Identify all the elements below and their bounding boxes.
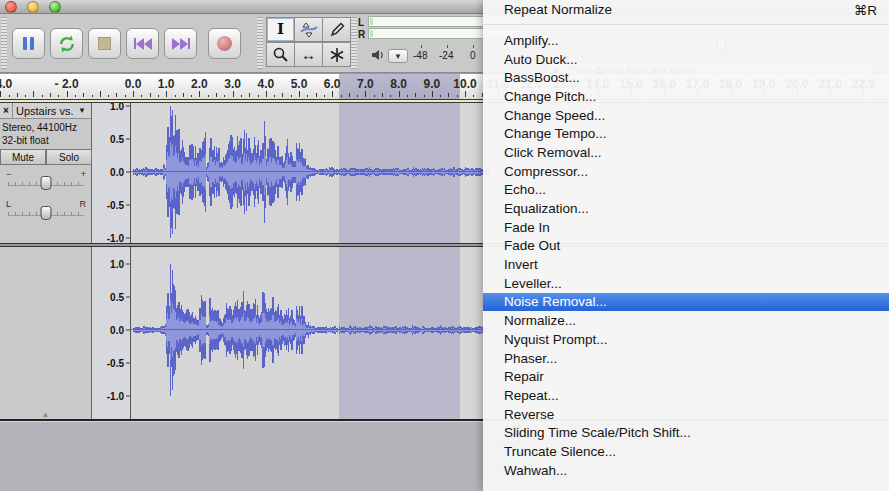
menu-item-bassboost[interactable]: BassBoost... — [483, 68, 889, 87]
menu-item-fade-out[interactable]: Fade Out — [483, 237, 889, 256]
timeline-label: 10.0 — [453, 77, 476, 91]
track-bitdepth-info: 32-bit float — [2, 134, 91, 147]
timeline-label: 8.0 — [390, 77, 407, 91]
menu-item-amplify[interactable]: Amplify... — [483, 31, 889, 50]
menu-item-leveller[interactable]: Leveller... — [483, 274, 889, 293]
meter-left-label: L — [358, 17, 364, 28]
menu-item-sliding-time-scale-pitch-shift[interactable]: Sliding Time Scale/Pitch Shift... — [483, 423, 889, 442]
track-menu-dropdown-icon[interactable]: ▼ — [78, 106, 91, 115]
amplitude-ruler-channel-2[interactable]: 1.00.50.0-0.5-1.0 — [92, 247, 131, 419]
menu-item-fade-in[interactable]: Fade In — [483, 218, 889, 237]
record-icon — [217, 36, 232, 51]
mute-button[interactable]: Mute — [0, 149, 46, 165]
menu-item-repeat-normalize[interactable]: Repeat Normalize ⌘R — [483, 0, 889, 19]
menu-item-wahwah[interactable]: Wahwah... — [483, 461, 889, 480]
star-icon — [329, 47, 345, 63]
gain-slider-thumb[interactable] — [41, 176, 52, 190]
menu-item-compressor[interactable]: Compressor... — [483, 162, 889, 181]
meter-dropdown-button[interactable]: ▼ — [388, 49, 408, 63]
speaker-icon — [371, 49, 385, 61]
skip-to-start-button[interactable] — [126, 28, 159, 59]
menu-item-nyquist-prompt[interactable]: Nyquist Prompt... — [483, 330, 889, 349]
close-window-button[interactable] — [5, 1, 17, 13]
minimize-window-button[interactable] — [27, 1, 39, 13]
amplitude-label: -0.5 — [107, 358, 124, 369]
menu-item-phaser[interactable]: Phaser... — [483, 349, 889, 368]
stop-icon — [98, 37, 111, 50]
play-loop-button[interactable] — [50, 28, 83, 59]
amplitude-label: 0.5 — [110, 292, 124, 303]
effect-menu: Repeat Normalize ⌘R Amplify...Auto Duck.… — [483, 0, 889, 491]
amplitude-label: 0.0 — [110, 167, 124, 178]
menu-item-reverse[interactable]: Reverse — [483, 405, 889, 424]
pause-button[interactable] — [12, 28, 45, 59]
amplitude-ruler-channel-1[interactable]: 1.00.50.0-0.5-1.0 — [92, 103, 131, 243]
double-arrow-icon: ↔ — [301, 47, 316, 62]
track-close-button[interactable]: × — [0, 103, 13, 119]
meter-right-label: R — [358, 29, 365, 40]
menu-item-change-speed[interactable]: Change Speed... — [483, 106, 889, 125]
amplitude-label: -1.0 — [107, 391, 124, 402]
meter-scale-48: -48 — [413, 50, 427, 61]
transport-toolbar-grip[interactable] — [1, 17, 7, 69]
gain-slider[interactable]: − + — [6, 169, 86, 195]
meter-toolbar-grip[interactable] — [351, 17, 357, 69]
audacity-window: I ↔ — [0, 0, 889, 491]
selection-tool-button[interactable]: I — [266, 17, 295, 42]
record-button[interactable] — [208, 28, 241, 59]
menu-item-noise-removal[interactable]: Noise Removal... — [483, 293, 889, 312]
zoom-window-button[interactable] — [49, 1, 61, 13]
envelope-tool-button[interactable] — [294, 17, 323, 42]
menu-item-auto-duck[interactable]: Auto Duck... — [483, 50, 889, 69]
skip-to-end-icon — [172, 38, 190, 50]
gain-min-label: − — [6, 169, 11, 179]
amplitude-label: 1.0 — [110, 259, 124, 270]
menu-item-repair[interactable]: Repair — [483, 367, 889, 386]
draw-tool-button[interactable] — [322, 17, 351, 42]
magnifier-icon — [272, 46, 289, 63]
envelope-icon — [299, 21, 319, 39]
timeline-label: - 2.0 — [55, 77, 79, 91]
menu-item-click-removal[interactable]: Click Removal... — [483, 143, 889, 162]
pan-slider[interactable]: L R — [6, 199, 86, 225]
stop-button[interactable] — [88, 28, 121, 59]
track-control-panel: × Upstairs vs. ▼ Stereo, 44100Hz 32-bit … — [0, 103, 92, 421]
timeline-label: 3.0 — [224, 77, 241, 91]
effect-menu-list: Amplify...Auto Duck...BassBoost...Change… — [483, 31, 889, 480]
zoom-tool-button[interactable] — [266, 42, 295, 67]
menu-item-equalization[interactable]: Equalization... — [483, 199, 889, 218]
menu-item-echo[interactable]: Echo... — [483, 181, 889, 200]
menu-item-normalize[interactable]: Normalize... — [483, 311, 889, 330]
meter-scale-0: 0 — [470, 50, 476, 61]
track-title[interactable]: Upstairs vs. — [13, 105, 78, 117]
skip-to-start-icon — [134, 38, 152, 50]
menu-item-change-tempo[interactable]: Change Tempo... — [483, 124, 889, 143]
timeline-label: 2.0 — [191, 77, 208, 91]
pan-slider-thumb[interactable] — [41, 206, 52, 220]
timeline-label: 1.0 — [158, 77, 175, 91]
amplitude-label: 0.0 — [110, 325, 124, 336]
pause-icon — [23, 37, 34, 50]
pan-right-label: R — [80, 199, 87, 209]
track-collapse-handle[interactable]: ▲ — [42, 410, 50, 419]
timeline-label: 4.0 — [257, 77, 274, 91]
menu-item-truncate-silence[interactable]: Truncate Silence... — [483, 442, 889, 461]
skip-to-end-button[interactable] — [164, 28, 197, 59]
multi-tool-button[interactable] — [322, 42, 351, 67]
pencil-icon — [329, 22, 345, 38]
loop-play-icon — [57, 34, 77, 54]
amplitude-label: -0.5 — [107, 200, 124, 211]
menu-item-change-pitch[interactable]: Change Pitch... — [483, 87, 889, 106]
solo-button[interactable]: Solo — [46, 149, 92, 165]
amplitude-label: -1.0 — [107, 233, 124, 244]
track-format-info: Stereo, 44100Hz — [2, 121, 91, 134]
timeshift-tool-button[interactable]: ↔ — [294, 42, 323, 67]
gain-max-label: + — [81, 169, 86, 179]
timeline-label: 6.0 — [324, 77, 341, 91]
menu-item-invert[interactable]: Invert — [483, 255, 889, 274]
amplitude-label: 0.5 — [110, 134, 124, 145]
menu-item-repeat[interactable]: Repeat... — [483, 386, 889, 405]
tools-toolbar-grip[interactable] — [257, 17, 263, 69]
timeline-label: 9.0 — [423, 77, 440, 91]
amplitude-label: 1.0 — [110, 103, 124, 112]
